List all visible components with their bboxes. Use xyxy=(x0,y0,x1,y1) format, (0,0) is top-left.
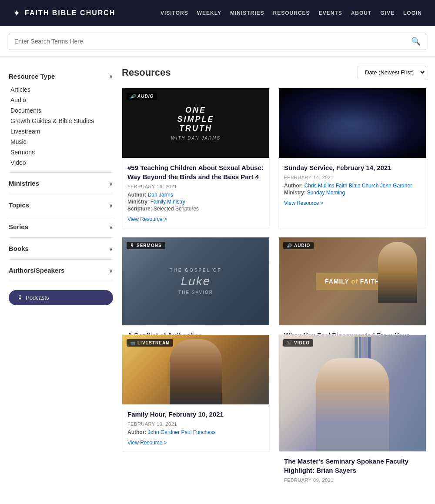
search-button[interactable]: 🔍 xyxy=(411,37,421,46)
authors-header[interactable]: Authors/Speakers ∨ xyxy=(9,265,113,276)
nav-about[interactable]: ABOUT xyxy=(351,10,372,16)
ministries-chevron: ∨ xyxy=(109,180,113,187)
authors-section: Authors/Speakers ∨ xyxy=(9,260,113,281)
series-header[interactable]: Series ∨ xyxy=(9,221,113,232)
podcast-title: ONESIMPLETRUTH xyxy=(177,106,214,133)
view-resource-link-5[interactable]: View Resource > xyxy=(127,440,167,446)
nav-ministries[interactable]: MINISTRIES xyxy=(230,10,264,16)
page-title: Resources xyxy=(122,67,171,78)
ministries-title: Ministries xyxy=(9,180,39,187)
scripture-text-1: Selected Scriptures xyxy=(154,206,199,212)
view-resource-link-2[interactable]: View Resource > xyxy=(284,200,324,206)
podcast-sub: WITH DAN JARMS xyxy=(171,136,221,140)
person-family-hour xyxy=(170,339,222,404)
resource-card-4: 🔊 AUDIO FAMILY of FAITH When You Feel Di… xyxy=(278,237,426,326)
topics-chevron: ∨ xyxy=(109,202,113,209)
resource-thumbnail-2[interactable]: 📹 LIVESTREAM xyxy=(279,88,426,158)
author-link-2b[interactable]: Faith Bible Church xyxy=(336,183,379,189)
nav-give[interactable]: GIVE xyxy=(380,10,395,16)
badge-icon-6: 🎬 xyxy=(287,340,292,345)
resource-badge-5: 📹 LIVESTREAM xyxy=(127,339,173,347)
resource-type-chevron: ∧ xyxy=(109,73,113,80)
resource-title-1: #59 Teaching Children About Sexual Abuse… xyxy=(127,163,264,181)
authors-title: Authors/Speakers xyxy=(9,267,64,274)
books-section: Books ∨ xyxy=(9,238,113,260)
resource-info-5: Family Hour, February 10, 2021 FEBRUARY … xyxy=(122,404,269,451)
badge-icon-4: 🔊 xyxy=(287,243,292,248)
sidebar-item-video[interactable]: Video xyxy=(9,158,113,167)
content-header: Resources Date (Newest First) Date (Olde… xyxy=(122,66,426,79)
authors-chevron: ∨ xyxy=(109,267,113,274)
resource-thumbnail-3[interactable]: 🎙 SERMONS THE GOSPEL OF Luke THE SAVIOR xyxy=(122,237,269,325)
view-resource-link-1[interactable]: View Resource > xyxy=(127,216,167,222)
logo[interactable]: ✦ FAITH BIBLE CHURCH xyxy=(13,8,115,18)
main-layout: Resource Type ∧ Articles Audio Documents… xyxy=(0,57,435,504)
resource-title-5: Family Hour, February 10, 2021 xyxy=(127,410,264,419)
podcasts-button[interactable]: 🎙 Podcasts xyxy=(9,290,113,305)
topics-header[interactable]: Topics ∨ xyxy=(9,200,113,210)
nav-weekly[interactable]: WEEKLY xyxy=(197,10,221,16)
podcasts-label: Podcasts xyxy=(26,294,49,301)
resource-badge-3: 🎙 SERMONS xyxy=(127,242,165,249)
resource-thumbnail-6[interactable]: 🎬 VIDEO xyxy=(279,335,426,451)
author-link-2a[interactable]: Chris Mullins xyxy=(304,183,335,189)
sidebar-item-music[interactable]: Music xyxy=(9,137,113,146)
author-link-5b[interactable]: Paul Funchess xyxy=(181,429,215,435)
resource-thumbnail-4[interactable]: 🔊 AUDIO FAMILY of FAITH xyxy=(279,237,426,325)
resource-type-header[interactable]: Resource Type ∧ xyxy=(9,71,113,82)
resource-title-6: The Master's Seminary Spokane Faculty Hi… xyxy=(284,457,421,475)
resource-thumbnail-5[interactable]: 📹 LIVESTREAM xyxy=(122,335,269,404)
site-header: ✦ FAITH BIBLE CHURCH VISITORS WEEKLY MIN… xyxy=(0,0,435,26)
author-link-2c[interactable]: John Gardner xyxy=(380,183,412,189)
resource-author-1: Author: Dan Jarms xyxy=(127,192,264,198)
sidebar-item-audio[interactable]: Audio xyxy=(9,96,113,104)
resource-info-2: Sunday Service, February 14, 2021 FEBRUA… xyxy=(279,158,426,212)
nav-resources[interactable]: RESOURCES xyxy=(273,10,310,16)
resource-grid: 🔊 AUDIO ONESIMPLETRUTH WITH DAN JARMS #5… xyxy=(122,88,426,452)
topics-section: Topics ∨ xyxy=(9,194,113,216)
ministries-header[interactable]: Ministries ∨ xyxy=(9,178,113,189)
resource-type-title: Resource Type xyxy=(9,73,55,80)
sidebar-item-sermons[interactable]: Sermons xyxy=(9,148,113,157)
author-link-1[interactable]: Dan Jarms xyxy=(148,192,173,198)
resource-badge-1: 🔊 AUDIO xyxy=(127,93,157,100)
resource-card-5: 📹 LIVESTREAM Family Hour, February 10, 2… xyxy=(122,334,270,452)
main-nav: VISITORS WEEKLY MINISTRIES RESOURCES EVE… xyxy=(161,10,422,16)
logo-text: FAITH BIBLE CHURCH xyxy=(25,9,115,17)
badge-icon-3: 🎙 xyxy=(130,243,135,248)
person-silhouette-4 xyxy=(378,242,417,303)
resource-badge-4: 🔊 AUDIO xyxy=(283,242,314,249)
search-bar: 🔍 xyxy=(9,33,426,50)
sort-dropdown[interactable]: Date (Newest First) Date (Oldest First) … xyxy=(358,66,426,79)
sidebar-item-growth-guides[interactable]: Growth Guides & Bible Studies xyxy=(9,117,113,125)
ministries-section: Ministries ∨ xyxy=(9,173,113,194)
sidebar: Resource Type ∧ Articles Audio Documents… xyxy=(9,66,113,500)
ministry-link-2[interactable]: Sunday Morning xyxy=(307,190,345,196)
resource-type-items: Articles Audio Documents Growth Guides &… xyxy=(9,85,113,167)
nav-login[interactable]: LOGIN xyxy=(403,10,422,16)
resource-ministry-2: Ministry: Sunday Morning xyxy=(284,190,421,196)
resource-info-1: #59 Teaching Children About Sexual Abuse… xyxy=(122,158,269,228)
sidebar-item-livestream[interactable]: Livestream xyxy=(9,127,113,136)
main-content: Resources Date (Newest First) Date (Olde… xyxy=(122,66,426,500)
search-container: 🔍 xyxy=(0,26,435,57)
books-chevron: ∨ xyxy=(109,245,113,252)
resource-badge-6: 🎬 VIDEO xyxy=(283,339,313,347)
sidebar-item-documents[interactable]: Documents xyxy=(9,106,113,115)
ministry-link-1[interactable]: Family Ministry xyxy=(151,199,185,205)
sidebar-item-articles[interactable]: Articles xyxy=(9,85,113,94)
podcast-icon: 🎙 xyxy=(17,294,23,301)
author-link-5a[interactable]: John Gardner xyxy=(148,429,180,435)
seminary-person xyxy=(316,358,389,451)
nav-events[interactable]: EVENTS xyxy=(319,10,342,16)
books-header[interactable]: Books ∨ xyxy=(9,243,113,254)
resource-title-2: Sunday Service, February 14, 2021 xyxy=(284,163,421,172)
badge-icon-5: 📹 xyxy=(130,340,136,345)
search-input[interactable] xyxy=(14,38,411,45)
resource-author-5: Author: John Gardner Paul Funchess xyxy=(127,429,264,435)
logo-icon: ✦ xyxy=(13,8,20,18)
resource-thumbnail-1[interactable]: 🔊 AUDIO ONESIMPLETRUTH WITH DAN JARMS xyxy=(122,88,269,158)
series-chevron: ∨ xyxy=(109,224,113,230)
nav-visitors[interactable]: VISITORS xyxy=(161,10,188,16)
resource-card-1: 🔊 AUDIO ONESIMPLETRUTH WITH DAN JARMS #5… xyxy=(122,88,270,228)
